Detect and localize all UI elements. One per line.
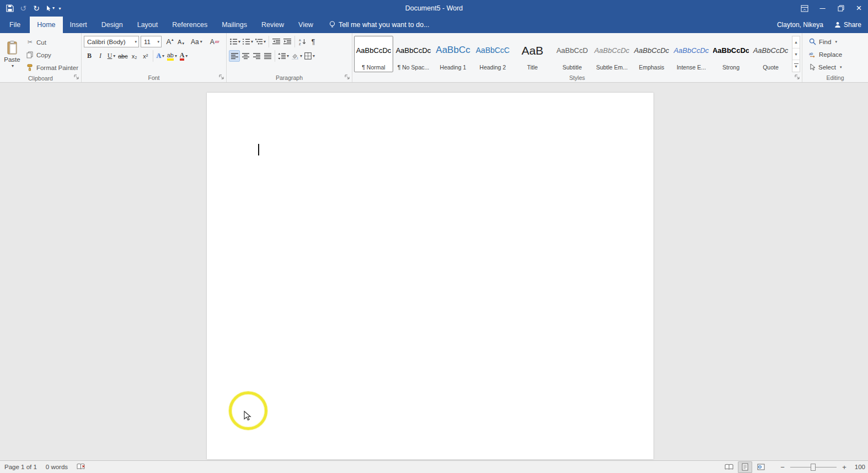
italic-button[interactable]: I: [95, 50, 106, 62]
ribbon-tab[interactable]: References: [165, 17, 215, 33]
style-item[interactable]: AaB Title: [513, 36, 552, 72]
undo-button[interactable]: ↺: [17, 1, 30, 16]
justify-button[interactable]: [262, 50, 273, 62]
line-spacing-button[interactable]: ▾: [277, 50, 290, 62]
zoom-slider[interactable]: [790, 461, 837, 473]
person-icon: [834, 22, 841, 28]
page-info[interactable]: Page 1 of 1: [4, 464, 37, 470]
font-dialog-launcher[interactable]: [218, 74, 225, 80]
style-item[interactable]: AaBbCcDc Emphasis: [632, 36, 671, 72]
close-button[interactable]: ×: [850, 0, 868, 17]
style-item[interactable]: AaBbCc Heading 1: [433, 36, 473, 72]
strikethrough-button[interactable]: abc: [117, 50, 129, 62]
underline-button[interactable]: U▾: [106, 50, 117, 62]
style-item[interactable]: AaBbCcDc Strong: [711, 36, 751, 72]
save-button[interactable]: [3, 1, 17, 16]
print-layout-icon: [742, 463, 748, 471]
show-hide-formatting-button[interactable]: ¶: [308, 36, 319, 47]
read-mode-button[interactable]: [722, 461, 736, 473]
bullets-button[interactable]: ▾: [229, 36, 242, 47]
web-layout-button[interactable]: [754, 461, 768, 473]
font-name-select[interactable]: Calibri (Body) ▾: [84, 36, 139, 47]
gallery-more-bar: [794, 63, 799, 64]
style-item[interactable]: AaBbCcDc Intense E...: [672, 36, 711, 72]
minimize-button[interactable]: ─: [813, 0, 832, 17]
cut-button[interactable]: ✂ Cut: [24, 36, 80, 48]
align-left-button[interactable]: [229, 50, 240, 62]
restore-button[interactable]: [832, 0, 850, 17]
find-button[interactable]: Find ▾: [807, 36, 868, 47]
redo-button[interactable]: ↻: [30, 1, 43, 16]
style-item[interactable]: AaBbCcDc ¶ No Spac...: [394, 36, 433, 72]
zoom-level[interactable]: 100: [851, 464, 865, 470]
clear-formatting-button[interactable]: A: [209, 36, 220, 47]
borders-icon: [304, 52, 312, 60]
align-right-button[interactable]: [251, 50, 262, 62]
style-item[interactable]: AaBbCcDc ¶ Normal: [354, 36, 393, 72]
numbering-button[interactable]: ▾: [242, 36, 254, 47]
multilevel-list-button[interactable]: ▾: [254, 36, 267, 47]
highlight-button[interactable]: ab▾: [166, 50, 178, 62]
share-button[interactable]: Share: [834, 21, 861, 29]
paragraph-dialog-launcher[interactable]: [344, 74, 351, 80]
increase-indent-button[interactable]: [282, 36, 293, 47]
tell-me-box[interactable]: Tell me what you want to do...: [329, 17, 430, 33]
gallery-more-button[interactable]: ▼: [792, 60, 800, 72]
shading-button[interactable]: ▾: [290, 50, 303, 62]
format-painter-button[interactable]: Format Painter: [24, 62, 80, 73]
font-size-select[interactable]: 11 ▾: [141, 36, 162, 47]
word-count[interactable]: 0 words: [46, 464, 68, 470]
touch-mouse-mode-button[interactable]: ▾: [43, 1, 56, 16]
ribbon-tab[interactable]: Design: [94, 17, 130, 33]
font-color-glyph: A: [180, 52, 185, 61]
copy-button[interactable]: Copy: [24, 49, 80, 61]
paste-button[interactable]: Paste ▾: [1, 35, 23, 73]
style-item[interactable]: AaBbCcC Heading 2: [473, 36, 512, 72]
tab-file[interactable]: File: [0, 17, 30, 33]
ribbon-tab[interactable]: Layout: [130, 17, 165, 33]
document-page[interactable]: [207, 93, 653, 459]
gallery-up-button[interactable]: ▲: [792, 36, 800, 49]
text-effects-button[interactable]: A▾: [155, 50, 166, 62]
decrease-indent-icon: [272, 39, 280, 45]
grow-font-button[interactable]: A▴: [164, 36, 175, 47]
clipboard-dialog-launcher[interactable]: [73, 74, 80, 80]
paste-label: Paste: [4, 56, 20, 63]
ribbon-display-options-button[interactable]: [795, 0, 813, 17]
ribbon-tab[interactable]: Insert: [63, 17, 94, 33]
ribbon-tab[interactable]: Home: [30, 17, 62, 33]
superscript-button[interactable]: x²: [140, 50, 151, 62]
zoom-out-button[interactable]: −: [778, 461, 787, 473]
style-item[interactable]: AaBbCcD Subtitle: [553, 36, 592, 72]
ribbon-tab[interactable]: Review: [254, 17, 291, 33]
print-layout-button[interactable]: [738, 461, 752, 473]
shrink-font-button[interactable]: A▾: [175, 36, 186, 47]
style-item[interactable]: AaBbCcDc Subtle Em...: [592, 36, 631, 72]
borders-button[interactable]: ▾: [303, 50, 316, 62]
style-label: Heading 1: [440, 64, 467, 71]
ribbon-tab[interactable]: Mailings: [215, 17, 254, 33]
replace-button[interactable]: ab Replace: [807, 49, 868, 60]
dialog-launcher-icon: [74, 74, 79, 80]
align-center-button[interactable]: [240, 50, 251, 62]
account-name[interactable]: Clayton, Nikeya: [777, 21, 823, 29]
customize-quick-access-button[interactable]: ▾: [56, 1, 63, 16]
redo-icon: ↻: [33, 4, 40, 13]
zoom-slider-thumb[interactable]: [811, 464, 816, 471]
ribbon-tab[interactable]: View: [291, 17, 320, 33]
clipboard-group-label: Clipboard: [0, 74, 81, 82]
align-right-icon: [253, 53, 260, 60]
style-item[interactable]: AaBbCcDc Quote: [751, 36, 790, 72]
change-case-button[interactable]: Aa▾: [190, 36, 203, 47]
subscript-button[interactable]: x₂: [129, 50, 140, 62]
bold-button[interactable]: B: [84, 50, 95, 62]
font-color-button[interactable]: A▾: [178, 50, 189, 62]
select-button[interactable]: Select ▾: [807, 61, 868, 73]
styles-dialog-launcher[interactable]: [794, 74, 801, 80]
proofing-status-button[interactable]: [77, 463, 85, 471]
window-title: Document5 - Word: [0, 0, 868, 17]
gallery-down-button[interactable]: ▼: [792, 49, 800, 61]
zoom-in-button[interactable]: +: [839, 461, 849, 473]
sort-button[interactable]: AZ: [297, 36, 308, 47]
decrease-indent-button[interactable]: [271, 36, 282, 47]
